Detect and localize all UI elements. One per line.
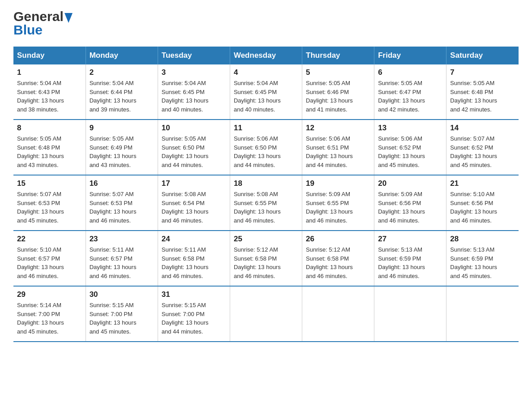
day-info: Sunrise: 5:04 AM Sunset: 6:44 PM Dayligh… xyxy=(90,79,154,114)
day-number: 11 xyxy=(234,124,298,133)
calendar-cell: 15 Sunrise: 5:07 AM Sunset: 6:53 PM Dayl… xyxy=(13,175,86,231)
day-number: 18 xyxy=(234,179,298,188)
day-number: 15 xyxy=(17,179,82,188)
day-info: Sunrise: 5:05 AM Sunset: 6:46 PM Dayligh… xyxy=(306,79,370,114)
day-info: Sunrise: 5:07 AM Sunset: 6:52 PM Dayligh… xyxy=(450,134,515,169)
column-header-wednesday: Wednesday xyxy=(230,47,302,64)
calendar-cell: 4 Sunrise: 5:04 AM Sunset: 6:45 PM Dayli… xyxy=(230,64,302,120)
calendar-cell xyxy=(446,286,519,342)
day-info: Sunrise: 5:11 AM Sunset: 6:57 PM Dayligh… xyxy=(90,245,154,280)
calendar-cell xyxy=(374,286,446,342)
calendar-week-row: 8 Sunrise: 5:05 AM Sunset: 6:48 PM Dayli… xyxy=(13,120,519,175)
calendar-cell: 5 Sunrise: 5:05 AM Sunset: 6:46 PM Dayli… xyxy=(302,64,374,120)
page-header: General Blue xyxy=(13,9,519,38)
svg-marker-0 xyxy=(64,13,73,23)
calendar-cell xyxy=(230,286,302,342)
day-info: Sunrise: 5:04 AM Sunset: 6:43 PM Dayligh… xyxy=(17,79,82,114)
day-number: 26 xyxy=(306,235,370,244)
calendar-cell: 26 Sunrise: 5:12 AM Sunset: 6:58 PM Dayl… xyxy=(302,231,374,286)
day-number: 12 xyxy=(306,124,370,133)
day-info: Sunrise: 5:10 AM Sunset: 6:57 PM Dayligh… xyxy=(17,245,82,280)
day-info: Sunrise: 5:06 AM Sunset: 6:52 PM Dayligh… xyxy=(378,134,442,169)
day-info: Sunrise: 5:05 AM Sunset: 6:47 PM Dayligh… xyxy=(378,79,442,114)
day-number: 9 xyxy=(90,124,154,133)
calendar-table: SundayMondayTuesdayWednesdayThursdayFrid… xyxy=(13,47,519,342)
day-info: Sunrise: 5:05 AM Sunset: 6:50 PM Dayligh… xyxy=(162,134,226,169)
day-info: Sunrise: 5:15 AM Sunset: 7:00 PM Dayligh… xyxy=(162,301,226,336)
day-number: 31 xyxy=(162,290,226,299)
column-header-saturday: Saturday xyxy=(446,47,519,64)
calendar-cell: 16 Sunrise: 5:07 AM Sunset: 6:53 PM Dayl… xyxy=(86,175,158,231)
day-number: 14 xyxy=(450,124,515,133)
calendar-cell: 20 Sunrise: 5:09 AM Sunset: 6:56 PM Dayl… xyxy=(374,175,446,231)
day-number: 13 xyxy=(378,124,442,133)
day-info: Sunrise: 5:04 AM Sunset: 6:45 PM Dayligh… xyxy=(162,79,226,114)
day-number: 8 xyxy=(17,124,82,133)
day-info: Sunrise: 5:13 AM Sunset: 6:59 PM Dayligh… xyxy=(378,245,442,280)
day-info: Sunrise: 5:07 AM Sunset: 6:53 PM Dayligh… xyxy=(17,190,82,225)
column-header-monday: Monday xyxy=(86,47,158,64)
day-info: Sunrise: 5:14 AM Sunset: 7:00 PM Dayligh… xyxy=(17,301,82,336)
day-info: Sunrise: 5:12 AM Sunset: 6:58 PM Dayligh… xyxy=(306,245,370,280)
day-info: Sunrise: 5:06 AM Sunset: 6:51 PM Dayligh… xyxy=(306,134,370,169)
day-number: 30 xyxy=(90,290,154,299)
day-number: 25 xyxy=(234,235,298,244)
logo: General Blue xyxy=(13,9,73,38)
day-number: 29 xyxy=(17,290,82,299)
day-number: 3 xyxy=(162,68,226,77)
day-number: 20 xyxy=(378,179,442,188)
day-number: 7 xyxy=(450,68,515,77)
day-info: Sunrise: 5:09 AM Sunset: 6:55 PM Dayligh… xyxy=(306,190,370,225)
calendar-cell: 29 Sunrise: 5:14 AM Sunset: 7:00 PM Dayl… xyxy=(13,286,86,342)
column-header-tuesday: Tuesday xyxy=(158,47,230,64)
calendar-cell xyxy=(302,286,374,342)
day-number: 27 xyxy=(378,235,442,244)
calendar-cell: 12 Sunrise: 5:06 AM Sunset: 6:51 PM Dayl… xyxy=(302,120,374,175)
calendar-cell: 18 Sunrise: 5:08 AM Sunset: 6:55 PM Dayl… xyxy=(230,175,302,231)
calendar-cell: 30 Sunrise: 5:15 AM Sunset: 7:00 PM Dayl… xyxy=(86,286,158,342)
logo-arrow-icon xyxy=(64,12,73,23)
day-number: 28 xyxy=(450,235,515,244)
day-number: 5 xyxy=(306,68,370,77)
calendar-cell: 7 Sunrise: 5:05 AM Sunset: 6:48 PM Dayli… xyxy=(446,64,519,120)
column-header-thursday: Thursday xyxy=(302,47,374,64)
day-info: Sunrise: 5:04 AM Sunset: 6:45 PM Dayligh… xyxy=(234,79,298,114)
calendar-cell: 24 Sunrise: 5:11 AM Sunset: 6:58 PM Dayl… xyxy=(158,231,230,286)
column-header-sunday: Sunday xyxy=(13,47,86,64)
day-info: Sunrise: 5:06 AM Sunset: 6:50 PM Dayligh… xyxy=(234,134,298,169)
calendar-cell: 17 Sunrise: 5:08 AM Sunset: 6:54 PM Dayl… xyxy=(158,175,230,231)
calendar-cell: 28 Sunrise: 5:13 AM Sunset: 6:59 PM Dayl… xyxy=(446,231,519,286)
calendar-cell: 13 Sunrise: 5:06 AM Sunset: 6:52 PM Dayl… xyxy=(374,120,446,175)
day-info: Sunrise: 5:08 AM Sunset: 6:55 PM Dayligh… xyxy=(234,190,298,225)
calendar-cell: 9 Sunrise: 5:05 AM Sunset: 6:49 PM Dayli… xyxy=(86,120,158,175)
calendar-cell: 23 Sunrise: 5:11 AM Sunset: 6:57 PM Dayl… xyxy=(86,231,158,286)
day-info: Sunrise: 5:05 AM Sunset: 6:49 PM Dayligh… xyxy=(90,134,154,169)
calendar-week-row: 29 Sunrise: 5:14 AM Sunset: 7:00 PM Dayl… xyxy=(13,286,519,342)
calendar-cell: 25 Sunrise: 5:12 AM Sunset: 6:58 PM Dayl… xyxy=(230,231,302,286)
calendar-header-row: SundayMondayTuesdayWednesdayThursdayFrid… xyxy=(13,47,519,64)
calendar-cell: 31 Sunrise: 5:15 AM Sunset: 7:00 PM Dayl… xyxy=(158,286,230,342)
day-info: Sunrise: 5:10 AM Sunset: 6:56 PM Dayligh… xyxy=(450,190,515,225)
day-number: 23 xyxy=(90,235,154,244)
calendar-cell: 11 Sunrise: 5:06 AM Sunset: 6:50 PM Dayl… xyxy=(230,120,302,175)
day-info: Sunrise: 5:08 AM Sunset: 6:54 PM Dayligh… xyxy=(162,190,226,225)
calendar-week-row: 15 Sunrise: 5:07 AM Sunset: 6:53 PM Dayl… xyxy=(13,175,519,231)
calendar-cell: 21 Sunrise: 5:10 AM Sunset: 6:56 PM Dayl… xyxy=(446,175,519,231)
logo-blue-text: Blue xyxy=(13,22,43,38)
day-info: Sunrise: 5:05 AM Sunset: 6:48 PM Dayligh… xyxy=(450,79,515,114)
day-number: 19 xyxy=(306,179,370,188)
day-number: 2 xyxy=(90,68,154,77)
day-number: 4 xyxy=(234,68,298,77)
calendar-cell: 22 Sunrise: 5:10 AM Sunset: 6:57 PM Dayl… xyxy=(13,231,86,286)
calendar-week-row: 22 Sunrise: 5:10 AM Sunset: 6:57 PM Dayl… xyxy=(13,231,519,286)
day-number: 24 xyxy=(162,235,226,244)
day-info: Sunrise: 5:11 AM Sunset: 6:58 PM Dayligh… xyxy=(162,245,226,280)
logo-general-text: General xyxy=(13,9,64,24)
day-number: 22 xyxy=(17,235,82,244)
day-info: Sunrise: 5:07 AM Sunset: 6:53 PM Dayligh… xyxy=(90,190,154,225)
calendar-week-row: 1 Sunrise: 5:04 AM Sunset: 6:43 PM Dayli… xyxy=(13,64,519,120)
calendar-cell: 14 Sunrise: 5:07 AM Sunset: 6:52 PM Dayl… xyxy=(446,120,519,175)
day-info: Sunrise: 5:05 AM Sunset: 6:48 PM Dayligh… xyxy=(17,134,82,169)
day-number: 6 xyxy=(378,68,442,77)
calendar-cell: 1 Sunrise: 5:04 AM Sunset: 6:43 PM Dayli… xyxy=(13,64,86,120)
